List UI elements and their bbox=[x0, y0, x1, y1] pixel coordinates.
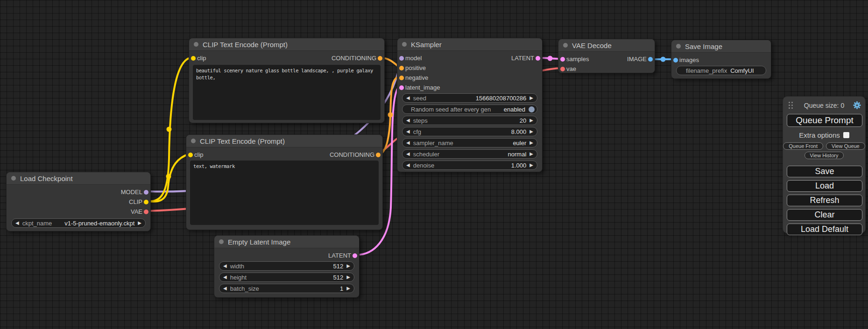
next-arrow-icon[interactable]: ▶ bbox=[529, 140, 533, 145]
node-title-bar[interactable]: KSampler bbox=[397, 38, 542, 51]
prev-arrow-icon[interactable]: ◀ bbox=[223, 264, 227, 268]
input-port-samples[interactable] bbox=[560, 57, 565, 62]
widget-filename-prefix[interactable]: filename_prefix ComfyUI bbox=[676, 66, 766, 75]
toggle-enabled-icon[interactable] bbox=[529, 106, 535, 112]
widget-value: 512 bbox=[333, 263, 344, 270]
prompt-textarea[interactable]: text, watermark bbox=[190, 161, 379, 225]
output-port-vae[interactable] bbox=[144, 210, 148, 214]
queue-panel: Queue size: 0 Queue Prompt Extra options bbox=[783, 96, 866, 233]
prev-arrow-icon[interactable]: ◀ bbox=[406, 152, 410, 156]
widget-steps[interactable]: ◀ steps 20 ▶ bbox=[402, 116, 537, 125]
clear-button[interactable]: Clear bbox=[787, 209, 862, 221]
node-title-bar[interactable]: CLIP Text Encode (Prompt) bbox=[189, 38, 384, 51]
save-button[interactable]: Save bbox=[787, 166, 862, 177]
view-history-row: View History bbox=[783, 152, 865, 159]
collapse-dot-icon[interactable] bbox=[11, 176, 16, 181]
queue-size-label: Queue size: 0 bbox=[804, 102, 844, 109]
queue-front-button[interactable]: Queue Front bbox=[783, 142, 823, 150]
prev-arrow-icon[interactable]: ◀ bbox=[223, 286, 227, 291]
widget-denoise[interactable]: ◀ denoise 1.000 ▶ bbox=[402, 161, 537, 170]
output-port-conditioning[interactable] bbox=[376, 153, 381, 157]
node-title-bar[interactable]: CLIP Text Encode (Prompt) bbox=[186, 135, 382, 147]
next-arrow-icon[interactable]: ▶ bbox=[346, 286, 350, 291]
widget-width[interactable]: ◀ width 512 ▶ bbox=[219, 261, 354, 271]
slot-row: MODEL bbox=[7, 187, 150, 197]
output-port-conditioning[interactable] bbox=[378, 56, 382, 61]
next-arrow-icon[interactable]: ▶ bbox=[529, 163, 533, 168]
link-midpoint-dot[interactable] bbox=[167, 127, 172, 132]
input-port-clip[interactable] bbox=[191, 56, 196, 61]
node-graph-canvas[interactable]: Load Checkpoint MODEL CLIP VAE ◀ ckpt_na… bbox=[0, 0, 868, 329]
prev-arrow-icon[interactable]: ◀ bbox=[406, 163, 410, 168]
load-default-button[interactable]: Load Default bbox=[787, 224, 862, 235]
input-port-vae[interactable] bbox=[560, 67, 565, 71]
next-arrow-icon[interactable]: ▶ bbox=[529, 152, 533, 156]
link-midpoint-dot[interactable] bbox=[548, 56, 553, 61]
widget-cfg[interactable]: ◀ cfg 8.000 ▶ bbox=[402, 127, 537, 136]
view-queue-button[interactable]: View Queue bbox=[826, 142, 865, 150]
slot-row: clip CONDITIONING bbox=[186, 150, 382, 160]
prev-arrow-icon[interactable]: ◀ bbox=[406, 96, 410, 100]
input-port-latent-image[interactable] bbox=[399, 85, 404, 90]
widget-ckpt-name[interactable]: ◀ ckpt_name v1-5-pruned-emaonly.ckpt ▶ bbox=[11, 218, 146, 228]
queue-prompt-button[interactable]: Queue Prompt bbox=[787, 114, 862, 127]
node-title-bar[interactable]: VAE Decode bbox=[558, 39, 655, 52]
slot-row: model LATENT bbox=[397, 53, 542, 63]
collapse-dot-icon[interactable] bbox=[191, 139, 196, 143]
prev-arrow-icon[interactable]: ◀ bbox=[406, 140, 410, 145]
collapse-dot-icon[interactable] bbox=[402, 42, 407, 47]
collapse-dot-icon[interactable] bbox=[219, 239, 224, 244]
prompt-textarea[interactable]: beautiful scenery nature glass bottle la… bbox=[193, 65, 381, 120]
next-arrow-icon[interactable]: ▶ bbox=[529, 96, 533, 100]
settings-gear-icon[interactable] bbox=[853, 101, 861, 109]
extra-options-checkbox[interactable] bbox=[843, 132, 849, 138]
widget-value: 1 bbox=[340, 285, 343, 292]
input-port-negative[interactable] bbox=[399, 76, 404, 80]
widget-sampler-name[interactable]: ◀ sampler_name euler ▶ bbox=[402, 138, 537, 147]
next-arrow-icon[interactable]: ▶ bbox=[529, 118, 533, 123]
next-arrow-icon[interactable]: ▶ bbox=[138, 221, 141, 225]
output-port-model[interactable] bbox=[144, 190, 148, 195]
node-title-bar[interactable]: Save Image bbox=[671, 40, 771, 53]
input-label: latent_image bbox=[405, 84, 440, 91]
prev-arrow-icon[interactable]: ◀ bbox=[223, 275, 227, 280]
widget-scheduler[interactable]: ◀ scheduler normal ▶ bbox=[402, 149, 537, 159]
node-title-bar[interactable]: Load Checkpoint bbox=[7, 172, 150, 185]
prev-arrow-icon[interactable]: ◀ bbox=[406, 118, 410, 123]
widget-label: filename_prefix bbox=[686, 67, 727, 74]
widget-seed[interactable]: ◀ seed 156680208700286 ▶ bbox=[402, 93, 537, 103]
input-port-clip[interactable] bbox=[188, 153, 193, 157]
input-label: samples bbox=[566, 56, 589, 63]
next-arrow-icon[interactable]: ▶ bbox=[529, 129, 533, 134]
load-button[interactable]: Load bbox=[787, 180, 862, 192]
widget-value: euler bbox=[513, 140, 526, 147]
node-title-bar[interactable]: Empty Latent Image bbox=[214, 236, 359, 248]
widget-height[interactable]: ◀ height 512 ▶ bbox=[219, 273, 354, 282]
output-port-image[interactable] bbox=[648, 57, 653, 62]
link-midpoint-dot[interactable] bbox=[166, 174, 171, 179]
input-port-model[interactable] bbox=[399, 56, 404, 61]
output-port-latent[interactable] bbox=[536, 56, 540, 61]
extra-options-row: Extra options bbox=[783, 131, 865, 139]
widget-value: 1.000 bbox=[511, 162, 527, 169]
collapse-dot-icon[interactable] bbox=[676, 44, 681, 49]
widget-batch-size[interactable]: ◀ batch_size 1 ▶ bbox=[219, 284, 354, 293]
output-port-latent[interactable] bbox=[353, 253, 357, 258]
next-arrow-icon[interactable]: ▶ bbox=[346, 264, 350, 268]
refresh-button[interactable]: Refresh bbox=[787, 195, 862, 206]
output-port-clip[interactable] bbox=[144, 200, 148, 204]
collapse-dot-icon[interactable] bbox=[194, 42, 198, 47]
prev-arrow-icon[interactable]: ◀ bbox=[15, 221, 19, 225]
collapse-dot-icon[interactable] bbox=[563, 43, 568, 48]
drag-handle-icon[interactable] bbox=[789, 102, 790, 103]
link-midpoint-dot[interactable] bbox=[388, 112, 393, 118]
input-label: images bbox=[679, 56, 699, 63]
widget-random-seed-toggle[interactable]: Random seed after every gen enabled bbox=[402, 105, 537, 114]
input-port-positive[interactable] bbox=[399, 66, 404, 70]
queue-panel-header: Queue size: 0 bbox=[783, 100, 865, 111]
link-midpoint-dot[interactable] bbox=[661, 57, 666, 62]
next-arrow-icon[interactable]: ▶ bbox=[346, 275, 350, 280]
input-port-images[interactable] bbox=[673, 58, 678, 63]
prev-arrow-icon[interactable]: ◀ bbox=[406, 129, 410, 134]
view-history-button[interactable]: View History bbox=[804, 152, 844, 159]
